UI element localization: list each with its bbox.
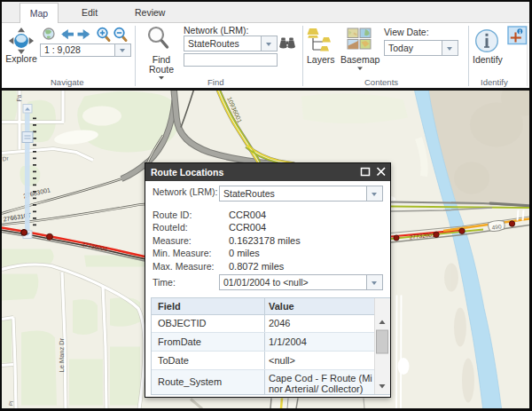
svg-text:Pa: Pa bbox=[16, 94, 22, 101]
svg-text:Le Manz Dr: Le Manz Dr bbox=[58, 337, 66, 372]
svg-text:Explore: Explore bbox=[5, 53, 37, 64]
svg-text:Route: Route bbox=[149, 64, 174, 75]
svg-text:490: 490 bbox=[491, 223, 502, 230]
svg-text:Pl: Pl bbox=[8, 400, 14, 406]
